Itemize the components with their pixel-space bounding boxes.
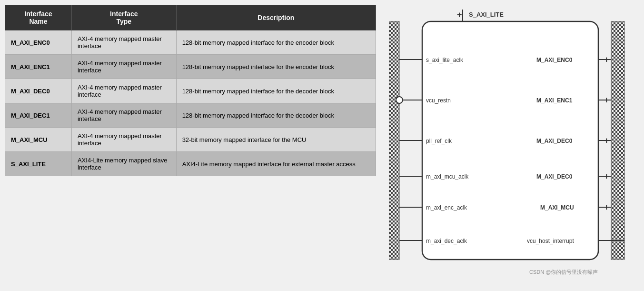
signal-label-6: m_axi_dec_aclk <box>426 238 467 244</box>
cell-interface-type: AXI-4 memory mapped master interface <box>71 103 176 128</box>
cell-interface-type: AXI-4 memory mapped master interface <box>71 55 176 79</box>
header-interface-name: InterfaceName <box>5 5 72 30</box>
cell-interface-name: M_AXI_DEC0 <box>5 79 72 103</box>
cell-description: 128-bit memory mapped interface for the … <box>176 103 376 128</box>
header-description: Description <box>176 5 376 30</box>
cell-interface-type: AXI-4 memory mapped master interface <box>71 128 176 152</box>
right-dotted-strip <box>611 21 624 260</box>
diagram-section: S_AXI_LITE + s_axi_lite_aclk vcu_restn p… <box>386 5 639 281</box>
cell-interface-name: M_AXI_ENC0 <box>5 30 72 55</box>
right-label-5: M_AXI_MCU <box>540 204 574 211</box>
right-label-1: M_AXI_ENC0 <box>536 57 573 63</box>
cell-interface-name: M_AXI_MCU <box>5 128 72 152</box>
right-label-3: M_AXI_DEC0 <box>536 138 573 144</box>
table-row: M_AXI_MCUAXI-4 memory mapped master inte… <box>5 128 376 152</box>
interface-table-section: InterfaceName InterfaceType Description … <box>5 5 376 176</box>
table-row: M_AXI_ENC0AXI-4 memory mapped master int… <box>5 30 376 55</box>
signal-label-3: pll_ref_clk <box>426 138 452 144</box>
right-label-6: vcu_host_interrupt <box>527 238 574 244</box>
cell-interface-type: AXI4-Lite memory mapped slave interface <box>71 152 176 176</box>
watermark: CSDN @你的信号里没有噪声 <box>529 269 598 275</box>
right-plus-5: + <box>604 202 609 212</box>
table-header-row: InterfaceName InterfaceType Description <box>5 5 376 30</box>
left-dotted-strip <box>389 21 399 260</box>
right-plus-2: + <box>604 95 609 105</box>
signal-label-4: m_axi_mcu_aclk <box>426 173 469 180</box>
vcu-restn-circle <box>396 97 403 103</box>
right-plus-3: + <box>604 136 609 145</box>
top-interface-label: S_AXI_LITE <box>469 11 504 18</box>
table-row: M_AXI_DEC1AXI-4 memory mapped master int… <box>5 103 376 128</box>
right-label-2: M_AXI_ENC1 <box>536 97 573 104</box>
signal-label-2: vcu_restn <box>426 97 451 104</box>
cell-interface-name: M_AXI_DEC1 <box>5 103 72 128</box>
cell-interface-name: M_AXI_ENC1 <box>5 55 72 79</box>
header-interface-type: InterfaceType <box>71 5 176 30</box>
cell-description: 128-bit memory mapped interface for the … <box>176 55 376 79</box>
table-body: M_AXI_ENC0AXI-4 memory mapped master int… <box>5 30 376 176</box>
signal-label-1: s_axi_lite_aclk <box>426 57 464 63</box>
table-row: S_AXI_LITEAXI4-Lite memory mapped slave … <box>5 152 376 176</box>
cell-interface-type: AXI-4 memory mapped master interface <box>71 30 176 55</box>
cell-interface-name: S_AXI_LITE <box>5 152 72 176</box>
cell-description: 32-bit memory mapped interface for the M… <box>176 128 376 152</box>
cell-description: 128-bit memory mapped interface for the … <box>176 30 376 55</box>
right-plus-1: + <box>604 55 609 64</box>
right-label-4: M_AXI_DEC0 <box>536 173 573 180</box>
cell-description: 128-bit memory mapped interface for the … <box>176 79 376 103</box>
table-row: M_AXI_DEC0AXI-4 memory mapped master int… <box>5 79 376 103</box>
table-row: M_AXI_ENC1AXI-4 memory mapped master int… <box>5 55 376 79</box>
cell-description: AXI4-Lite memory mapped interface for ex… <box>176 152 376 176</box>
cell-interface-type: AXI-4 memory mapped master interface <box>71 79 176 103</box>
interface-table: InterfaceName InterfaceType Description … <box>5 5 376 176</box>
signal-label-5: m_axi_enc_aclk <box>426 204 467 211</box>
block-diagram: S_AXI_LITE + s_axi_lite_aclk vcu_restn p… <box>389 7 636 279</box>
top-plus-icon: + <box>457 10 462 20</box>
right-plus-4: + <box>604 171 609 181</box>
